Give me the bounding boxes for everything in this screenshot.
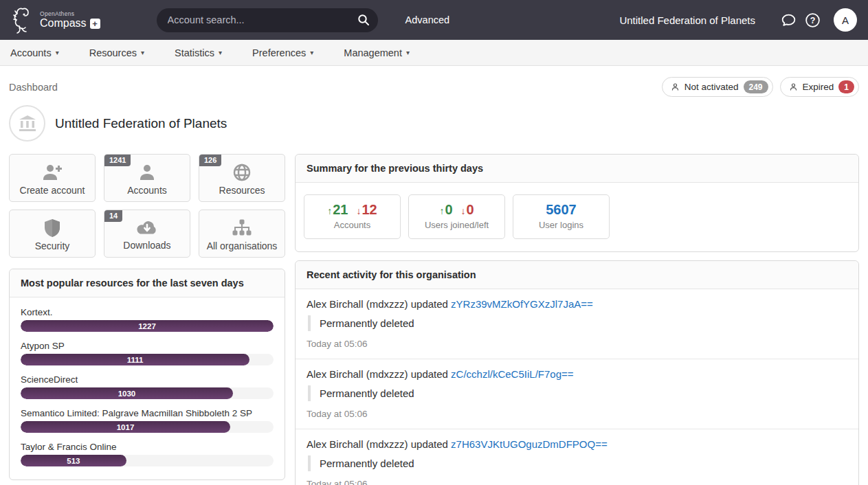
resource-bar-track: 1227: [21, 320, 274, 332]
resource-bar[interactable]: 1030: [21, 387, 233, 399]
account-link[interactable]: zC/cchzl/kCeC5IiL/F7og==: [451, 368, 573, 380]
summary-title: Summary for the previous thirty days: [296, 155, 858, 183]
expired-count-badge: 1: [838, 80, 854, 93]
activity-item: Alex Birchall (mdxzzz) updated zYRz39vMZ…: [296, 289, 858, 359]
brand-openathens-label: OpenAthens: [40, 11, 100, 17]
resource-bar-row: Taylor & Francis Online 513: [21, 442, 274, 466]
resource-label: Atypon SP: [21, 341, 274, 351]
downloads-tile[interactable]: Downloads 14: [104, 210, 190, 258]
resource-bar[interactable]: 513: [21, 455, 126, 466]
openathens-compass-logo[interactable]: OpenAthens Compass +: [11, 5, 100, 34]
help-icon: ?: [804, 12, 821, 29]
arrow-down-icon: ↓: [357, 205, 361, 216]
expired-label: Expired: [803, 82, 834, 92]
activity-item: Alex Birchall (mdxzzz) updated z7H63VJKt…: [296, 429, 858, 485]
feedback-button[interactable]: [780, 12, 797, 29]
tile-count-badge: 1241: [104, 155, 131, 166]
activity-detail: Permanently deleted: [308, 315, 847, 331]
user-logins-stat-card: 5607 User logins: [513, 194, 610, 239]
tile-label: Resources: [219, 185, 265, 196]
advanced-search-link[interactable]: Advanced: [405, 14, 450, 25]
search-icon: [357, 14, 370, 26]
account-link[interactable]: z7H63VJKtUGOguzDmDFPOQ==: [451, 438, 608, 450]
user-avatar[interactable]: A: [834, 8, 857, 32]
resource-bar[interactable]: 1111: [21, 354, 249, 365]
resource-bar-track: 1111: [21, 354, 274, 365]
not-activated-label: Not activated: [685, 82, 739, 92]
brand-compass-label: Compass: [40, 18, 87, 29]
tile-label: Security: [35, 240, 70, 251]
resource-bar-track: 1030: [21, 387, 274, 399]
activity-detail: Permanently deleted: [308, 455, 847, 471]
stat-label: Accounts: [334, 220, 370, 230]
not-activated-count-badge: 249: [744, 80, 768, 93]
users-left-value: 0: [467, 202, 474, 217]
stat-label: Users joined/left: [425, 220, 489, 230]
chevron-down-icon: ▾: [56, 49, 59, 56]
recent-activity-title: Recent activity for this organisation: [296, 261, 858, 289]
organisation-avatar: [9, 105, 45, 142]
security-tile[interactable]: Security: [9, 210, 96, 258]
activity-timestamp: Today at 05:06: [307, 479, 847, 485]
resource-label: Semantico Limited: Palgrave Macmillan Sh…: [21, 408, 274, 418]
resource-bar-row: Semantico Limited: Palgrave Macmillan Sh…: [21, 408, 274, 433]
help-button[interactable]: ?: [804, 12, 821, 29]
tile-label: All organisations: [207, 240, 278, 251]
resource-bar-row: Atypon SP 1111: [21, 341, 274, 365]
chevron-down-icon: ▾: [406, 49, 410, 56]
resource-bar[interactable]: 1227: [21, 320, 274, 332]
recent-activity-card: Recent activity for this organisation Al…: [295, 260, 859, 485]
resource-bar[interactable]: 1017: [21, 421, 230, 433]
menu-label: Resources: [89, 47, 137, 58]
menu-resources[interactable]: Resources ▾: [89, 47, 144, 58]
chat-bubble-icon: [780, 12, 797, 29]
menu-management[interactable]: Management ▾: [344, 47, 410, 58]
resources-tile[interactable]: Resources 126: [199, 154, 285, 202]
quick-action-tiles: Create account Accounts 1241: [9, 154, 285, 258]
resource-bar-value: 1017: [117, 423, 135, 431]
resource-bar-track: 513: [21, 455, 274, 466]
tile-count-badge: 126: [199, 155, 221, 166]
main-menu: Accounts ▾ Resources ▾ Statistics ▾ Pref…: [0, 40, 868, 66]
summary-card: Summary for the previous thirty days ↑21…: [295, 154, 859, 252]
chevron-down-icon: ▾: [141, 49, 144, 56]
stat-label: User logins: [539, 220, 583, 230]
brand-text: OpenAthens Compass +: [40, 11, 100, 30]
menu-label: Accounts: [10, 47, 52, 58]
menu-preferences[interactable]: Preferences ▾: [252, 47, 313, 58]
resource-bar-value: 1227: [138, 322, 156, 330]
search-button[interactable]: [357, 14, 370, 26]
tile-label: Create account: [20, 185, 85, 196]
chevron-down-icon: ▾: [219, 49, 222, 56]
menu-statistics[interactable]: Statistics ▾: [175, 47, 222, 58]
resource-bar-value: 1030: [118, 390, 136, 398]
popular-resources-title: Most popular resources for the last seve…: [10, 269, 285, 297]
resource-bar-track: 1017: [21, 421, 274, 433]
not-activated-filter-button[interactable]: Not activated 249: [662, 77, 773, 97]
account-search-input[interactable]: [157, 8, 378, 32]
users-joined-value: 0: [445, 202, 452, 217]
popular-resources-card: Most popular resources for the last seve…: [9, 269, 285, 480]
resource-label: Kortext.: [21, 307, 274, 317]
users-joined-left-stat-card: ↑0 ↓0 Users joined/left: [408, 194, 505, 239]
accounts-up-value: 21: [333, 202, 348, 217]
menu-accounts[interactable]: Accounts ▾: [10, 47, 59, 58]
globe-icon: [232, 163, 252, 182]
person-icon: [671, 82, 680, 91]
account-link[interactable]: zYRz39vMZkOfYGXzJl7JaA==: [451, 298, 593, 310]
create-account-tile[interactable]: Create account: [9, 154, 96, 202]
accounts-tile[interactable]: Accounts 1241: [104, 154, 190, 202]
all-organisations-tile[interactable]: All organisations: [199, 210, 285, 258]
accounts-stat-card: ↑21 ↓12 Accounts: [304, 194, 401, 239]
cloud-download-icon: [135, 219, 159, 237]
popular-resources-chart: Kortext. 1227 Atypon SP 1111: [10, 297, 285, 480]
expired-filter-button[interactable]: Expired 1: [780, 77, 859, 97]
arrow-up-icon: ↑: [327, 205, 332, 216]
menu-label: Statistics: [175, 47, 214, 58]
resource-bar-value: 1111: [127, 356, 144, 364]
breadcrumb: Dashboard: [9, 82, 58, 93]
menu-label: Management: [344, 47, 402, 58]
activity-timestamp: Today at 05:06: [307, 409, 847, 419]
person-icon: [789, 82, 798, 91]
svg-text:?: ?: [810, 15, 816, 25]
